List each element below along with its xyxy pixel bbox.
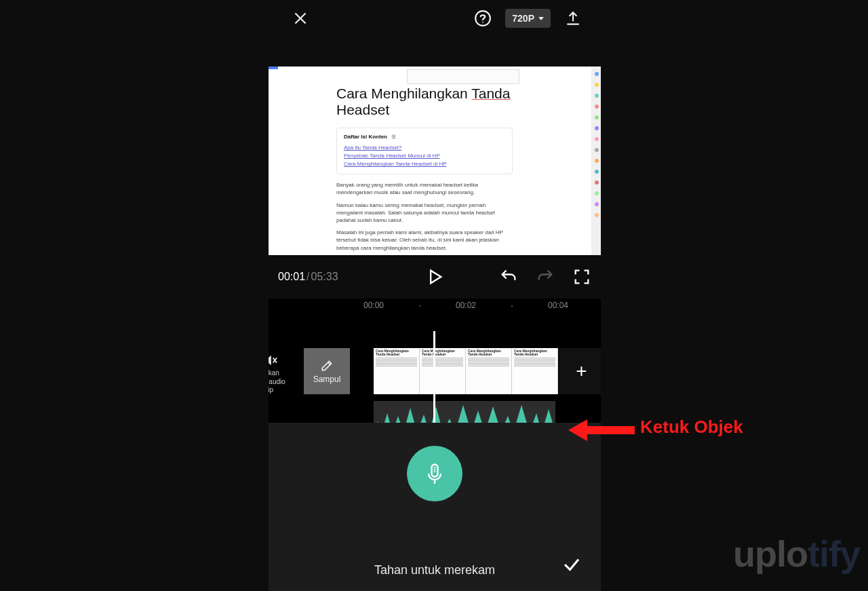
help-icon: [474, 9, 492, 27]
playhead[interactable]: [433, 331, 435, 423]
doc-toc: Daftar Isi Konten Apa itu Tanda Headset?…: [336, 128, 513, 174]
record-hint: Tahan untuk merekam: [269, 563, 601, 577]
pencil-icon: [320, 359, 334, 373]
play-icon: [425, 267, 444, 286]
cover-button[interactable]: Sampul: [304, 348, 350, 394]
close-icon: [292, 9, 309, 27]
play-button[interactable]: [425, 267, 444, 286]
resolution-selector[interactable]: 720P: [505, 9, 551, 28]
annotation-arrow: [568, 417, 635, 444]
doc-title: Cara Menghilangkan TandaHeadset: [336, 85, 513, 118]
top-bar: 720P: [269, 0, 601, 37]
redo-icon: [536, 267, 555, 286]
time-display: 00:01/05:33: [278, 271, 338, 283]
preview-sidebar: [591, 66, 601, 255]
chevron-down-icon: [538, 17, 544, 20]
svg-point-1: [482, 22, 484, 23]
fullscreen-button[interactable]: [572, 267, 591, 286]
volume-mute-icon: [269, 354, 278, 366]
timeline[interactable]: 00:00 00:02 00:04 tifkan a audio klip Sa…: [269, 299, 601, 423]
mute-audio-toggle[interactable]: tifkan a audio klip: [269, 354, 300, 395]
record-button[interactable]: [407, 446, 462, 501]
close-button[interactable]: [289, 7, 312, 30]
help-button[interactable]: [471, 7, 494, 30]
microphone-icon: [422, 461, 447, 486]
voiceover-track[interactable]: Sulih suara 1: [374, 401, 555, 423]
clip-thumbnail[interactable]: Cara Menghilangkan Tanda Headset: [512, 348, 558, 394]
redo-button: [536, 267, 555, 286]
clip-thumbnail[interactable]: Cara Menghilangkan Tanda Headset: [466, 348, 512, 394]
add-clip-button[interactable]: +: [558, 348, 601, 394]
time-ruler: 00:00 00:02 00:04: [269, 299, 601, 315]
svg-rect-2: [432, 465, 438, 477]
preview-document: Cara Menghilangkan TandaHeadset Daftar I…: [336, 85, 513, 255]
plus-icon: +: [576, 360, 587, 382]
waveform: [374, 401, 555, 423]
video-track[interactable]: Cara Menghilangkan Tanda Headset Cara Me…: [374, 348, 601, 394]
arrow-left-icon: [568, 417, 635, 444]
confirm-button[interactable]: [561, 554, 582, 577]
watermark: uplotify: [733, 533, 860, 575]
export-button[interactable]: [561, 7, 585, 30]
audio-clip-label: Sulih suara 1: [378, 422, 421, 423]
clip-thumbnail[interactable]: Cara Menghilangkan Tanda Headset: [420, 348, 466, 394]
preview-searchbox: [407, 69, 519, 84]
resolution-label: 720P: [512, 13, 534, 24]
annotation-label: Ketuk Objek: [640, 417, 743, 438]
undo-icon: [499, 267, 518, 286]
fullscreen-icon: [572, 267, 591, 286]
undo-button[interactable]: [499, 267, 518, 286]
check-icon: [561, 554, 582, 575]
preview-canvas[interactable]: Cara Menghilangkan TandaHeadset Daftar I…: [269, 66, 601, 255]
transport-bar: 00:01/05:33: [269, 255, 601, 299]
record-panel: Tahan untuk merekam: [269, 423, 601, 591]
upload-icon: [564, 9, 582, 27]
clip-thumbnail[interactable]: Cara Menghilangkan Tanda Headset: [374, 348, 420, 394]
